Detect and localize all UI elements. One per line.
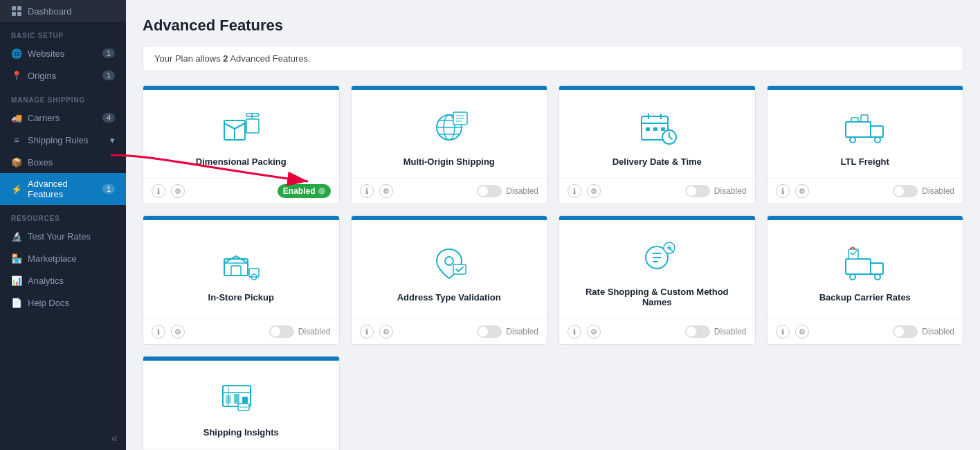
toggle-label: Disabled — [922, 186, 954, 196]
info-button[interactable]: ℹ — [152, 184, 165, 198]
svg-rect-34 — [231, 266, 241, 276]
svg-rect-2 — [12, 12, 16, 16]
features-grid: Dimensional Packing ℹ ⚙ Enabled — [143, 85, 963, 450]
toggle-label: Disabled — [922, 327, 954, 336]
resources-section: RESOURCES — [0, 205, 126, 225]
marketplace-icon: 🏪 — [11, 253, 22, 264]
settings-button[interactable]: ⚙ — [379, 325, 393, 339]
shipping-rules-label: Shipping Rules — [28, 135, 88, 145]
settings-button[interactable]: ⚙ — [795, 325, 809, 339]
info-button[interactable]: ℹ — [568, 325, 581, 339]
sidebar-item-advanced-features[interactable]: ⚡ Advanced Features 1 — [0, 173, 126, 205]
sidebar-item-shipping-rules[interactable]: ≡ Shipping Rules ▾ — [0, 129, 126, 151]
origins-badge: 1 — [102, 71, 115, 80]
in-store-pickup-icon — [217, 242, 265, 284]
manage-shipping-section: MANAGE SHIPPING — [0, 87, 126, 107]
test-rates-label: Test Your Rates — [28, 231, 91, 242]
info-button[interactable]: ℹ — [776, 325, 790, 339]
svg-rect-58 — [226, 395, 231, 404]
feature-toggle[interactable] — [893, 185, 918, 197]
toggle-knob — [687, 186, 696, 196]
svg-rect-22 — [646, 127, 650, 131]
help-docs-icon: 📄 — [11, 297, 22, 308]
info-button[interactable]: ℹ — [776, 184, 790, 198]
websites-badge: 1 — [102, 48, 115, 58]
sidebar-collapse-button[interactable]: « — [0, 426, 126, 450]
sidebar-item-help-docs[interactable]: 📄 Help Docs — [0, 291, 126, 314]
settings-button[interactable]: ⚙ — [795, 184, 809, 198]
card-body: Delivery Date & Time — [559, 90, 755, 178]
info-button[interactable]: ℹ — [568, 184, 581, 198]
dimensional-packing-name: Dimensional Packing — [196, 156, 287, 167]
feature-card-backup-carrier: Backup Carrier Rates ℹ ⚙ Disabled — [767, 215, 964, 345]
svg-point-38 — [445, 257, 453, 265]
feature-card-dimensional-packing: Dimensional Packing ℹ ⚙ Enabled — [143, 85, 340, 204]
info-button[interactable]: ℹ — [152, 325, 165, 339]
toggle-knob — [894, 186, 904, 196]
analytics-icon: 📊 — [11, 275, 22, 286]
in-store-pickup-name: In-Store Pickup — [208, 292, 274, 303]
svg-rect-59 — [234, 394, 239, 404]
sidebar-item-test-rates[interactable]: 🔬 Test Your Rates — [0, 225, 126, 247]
sidebar-item-boxes[interactable]: 📦 Boxes — [0, 151, 126, 173]
sidebar-item-carriers[interactable]: 🚚 Carriers 4 — [0, 107, 126, 129]
feature-toggle[interactable] — [269, 325, 294, 338]
toggle-knob — [478, 327, 488, 336]
toggle-knob — [894, 327, 904, 336]
dimensional-packing-icon — [217, 107, 265, 148]
sidebar-item-websites[interactable]: 🌐 Websites 1 — [0, 42, 126, 64]
svg-point-51 — [875, 274, 880, 280]
shipping-rules-icon: ≡ — [11, 134, 22, 145]
info-button[interactable]: ℹ — [360, 325, 374, 339]
sidebar-item-dashboard[interactable]: Dashboard — [0, 0, 126, 22]
svg-rect-32 — [861, 115, 868, 122]
feature-card-shipping-insights: Shipping Insights ℹ ⚙ Disabled — [143, 356, 340, 450]
card-body: Dimensional Packing — [143, 90, 339, 178]
toggle-label: Disabled — [506, 186, 538, 196]
enabled-label: Enabled — [283, 186, 316, 196]
delivery-date-icon — [633, 107, 681, 148]
svg-rect-6 — [246, 114, 259, 116]
plan-notice-text: Your Plan allows — [154, 53, 223, 64]
delivery-date-name: Delivery Date & Time — [612, 156, 702, 167]
svg-rect-24 — [661, 127, 665, 131]
feature-toggle[interactable] — [477, 185, 502, 197]
card-body: Multi-Origin Shipping — [352, 90, 547, 178]
settings-button[interactable]: ⚙ — [587, 184, 601, 198]
footer-icons: ℹ ⚙ — [776, 184, 809, 198]
footer-icons: ℹ ⚙ — [152, 184, 185, 198]
page-title: Advanced Features — [143, 17, 963, 35]
feature-toggle[interactable] — [477, 325, 502, 338]
plan-notice-end: Advanced Features. — [228, 53, 310, 64]
toggle-knob — [687, 327, 696, 336]
backup-carrier-name: Backup Carrier Rates — [819, 292, 911, 303]
ltl-freight-icon — [841, 107, 889, 148]
backup-carrier-icon — [841, 242, 889, 284]
ltl-freight-name: LTL Freight — [841, 156, 889, 167]
origins-label: Origins — [28, 71, 56, 81]
feature-toggle[interactable] — [685, 185, 710, 197]
feature-card-ltl-freight: LTL Freight ℹ ⚙ Disabled — [767, 85, 964, 204]
settings-button[interactable]: ⚙ — [587, 325, 601, 339]
info-button[interactable]: ℹ — [360, 184, 374, 198]
sidebar-item-analytics[interactable]: 📊 Analytics — [0, 269, 126, 291]
settings-button[interactable]: ⚙ — [171, 184, 185, 198]
settings-button[interactable]: ⚙ — [171, 325, 185, 339]
svg-point-29 — [850, 137, 855, 143]
toggle-container: Disabled — [685, 185, 747, 197]
settings-button[interactable]: ⚙ — [379, 184, 393, 198]
multi-origin-name: Multi-Origin Shipping — [403, 156, 495, 167]
svg-rect-26 — [846, 122, 871, 137]
feature-toggle[interactable] — [685, 325, 710, 338]
advanced-features-badge: 1 — [102, 184, 115, 194]
enabled-badge[interactable]: Enabled — [278, 184, 331, 198]
boxes-label: Boxes — [28, 157, 53, 168]
origins-icon: 📍 — [11, 70, 22, 81]
feature-toggle[interactable] — [893, 325, 918, 338]
sidebar: Dashboard BASIC SETUP 🌐 Websites 1 📍 Ori… — [0, 0, 126, 450]
sidebar-item-marketplace[interactable]: 🏪 Marketplace — [0, 247, 126, 269]
footer-icons: ℹ ⚙ — [568, 325, 601, 339]
svg-rect-36 — [249, 269, 259, 277]
shipping-insights-name: Shipping Insights — [203, 427, 279, 438]
sidebar-item-origins[interactable]: 📍 Origins 1 — [0, 64, 126, 87]
